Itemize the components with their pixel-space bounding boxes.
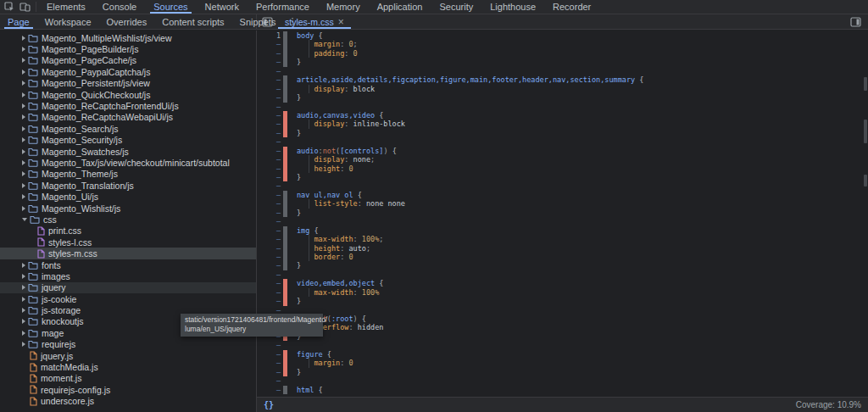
collapsed-arrow-icon[interactable] — [22, 319, 25, 324]
code-line[interactable]: – — [257, 103, 868, 111]
tree-item-magento-recaptchafrontendui-js[interactable]: Magento_ReCaptchaFrontendUi/js — [0, 100, 256, 111]
editor-tab-styles-m-css[interactable]: styles-m.css × — [278, 14, 351, 29]
line-number[interactable]: – — [257, 261, 281, 270]
collapsed-arrow-icon[interactable] — [22, 126, 25, 131]
code-line[interactable]: – display: none; — [257, 155, 868, 164]
tree-item-magento-search-js[interactable]: Magento_Search/js — [0, 123, 256, 134]
tree-item-magento-theme-js[interactable]: Magento_Theme/js — [0, 169, 256, 180]
tab-network[interactable]: Network — [197, 0, 248, 14]
code-line[interactable]: –} — [257, 368, 868, 376]
close-tab-icon[interactable]: × — [338, 18, 344, 26]
tree-item-magento-ui-js[interactable]: Magento_Ui/js — [0, 191, 256, 202]
collapsed-arrow-icon[interactable] — [22, 36, 25, 41]
tree-item-requirejs-config-js[interactable]: requirejs-config.js — [0, 384, 256, 395]
tree-item-magento-quickcheckout-js[interactable]: Magento_QuickCheckout/js — [0, 89, 256, 100]
tree-item-magento-pagebuilder-js[interactable]: Magento_PageBuilder/js — [0, 43, 256, 54]
device-toolbar-icon[interactable] — [19, 2, 31, 13]
collapsed-arrow-icon[interactable] — [22, 114, 25, 120]
line-number[interactable]: – — [257, 288, 281, 297]
tab-application[interactable]: Application — [369, 0, 431, 14]
collapsed-arrow-icon[interactable] — [22, 160, 25, 165]
tree-item-moment-js[interactable]: moment.js — [0, 373, 256, 384]
collapsed-arrow-icon[interactable] — [22, 297, 25, 302]
inspect-icon[interactable] — [3, 2, 14, 13]
code-line[interactable]: – height: 0 — [257, 164, 868, 173]
code-line[interactable]: –} — [257, 209, 868, 217]
tree-item-jquery-js[interactable]: jquery.js — [0, 350, 256, 361]
collapsed-arrow-icon[interactable] — [22, 171, 25, 176]
tree-item-requirejs[interactable]: requirejs — [0, 339, 256, 350]
collapsed-arrow-icon[interactable] — [22, 263, 25, 268]
code-line[interactable]: – height: auto; — [257, 244, 868, 253]
collapsed-arrow-icon[interactable] — [22, 342, 25, 347]
navigator-tab-overrides[interactable]: Overrides — [99, 14, 155, 29]
collapsed-arrow-icon[interactable] — [22, 206, 25, 211]
tree-item-jquery[interactable]: jquery — [0, 282, 256, 293]
tree-item-fonts[interactable]: fonts — [0, 259, 256, 270]
collapsed-arrow-icon[interactable] — [22, 103, 25, 109]
collapsed-arrow-icon[interactable] — [22, 58, 25, 63]
code-line[interactable]: – — [257, 306, 868, 315]
collapsed-arrow-icon[interactable] — [22, 308, 25, 313]
code-line[interactable]: –} — [257, 297, 868, 305]
line-number[interactable]: – — [257, 226, 281, 235]
tree-item-matchmedia-js[interactable]: matchMedia.js — [0, 361, 256, 372]
code-line[interactable]: –} — [257, 58, 868, 66]
line-number[interactable]: – — [257, 191, 281, 199]
navigator-tab-snippets[interactable]: Snippets — [232, 14, 284, 29]
line-number[interactable]: – — [257, 111, 281, 120]
code-line[interactable]: – — [257, 67, 868, 75]
line-number[interactable]: – — [257, 137, 281, 146]
code-line[interactable]: –} — [257, 93, 868, 102]
line-number[interactable]: – — [257, 173, 281, 181]
tab-recorder[interactable]: Recorder — [544, 0, 599, 14]
line-number[interactable]: – — [257, 103, 281, 111]
code-editor[interactable]: 1body {– margin: 0;– padding: 0–}––artic… — [257, 31, 868, 412]
code-line[interactable]: –} — [257, 173, 868, 181]
collapsed-arrow-icon[interactable] — [22, 137, 25, 142]
code-line[interactable]: –svg:not(:root) { — [257, 315, 868, 323]
line-number[interactable]: – — [257, 209, 281, 217]
tree-item-styles-m-css[interactable]: styles-m.css — [0, 248, 256, 259]
line-number[interactable]: – — [257, 75, 281, 84]
code-line[interactable]: –html { — [257, 386, 868, 394]
line-number[interactable]: – — [257, 67, 281, 75]
line-number[interactable]: – — [257, 350, 281, 359]
collapsed-arrow-icon[interactable] — [22, 194, 25, 199]
tree-item-print-css[interactable]: print.css — [0, 225, 256, 237]
code-line[interactable]: –nav ul,nav ol { — [257, 191, 868, 199]
line-number[interactable]: – — [257, 40, 281, 48]
code-line[interactable]: – — [257, 137, 868, 146]
tree-item-magento-multiplewishlist-js-view[interactable]: Magento_MultipleWishlist/js/view — [0, 32, 256, 43]
tree-item-magento-pagecache-js[interactable]: Magento_PageCache/js — [0, 55, 256, 66]
tree-item-magento-wishlist-js[interactable]: Magento_Wishlist/js — [0, 203, 256, 214]
line-number[interactable]: – — [257, 199, 281, 208]
navigator-tab-content-scripts[interactable]: Content scripts — [154, 14, 231, 29]
line-number[interactable]: – — [257, 181, 281, 190]
line-number[interactable]: – — [257, 297, 281, 305]
collapsed-arrow-icon[interactable] — [22, 183, 25, 188]
tree-item-underscore-js[interactable]: underscore.js — [0, 396, 256, 407]
code-line[interactable]: –img { — [257, 226, 868, 235]
navigator-tab-page[interactable]: Page — [0, 14, 37, 29]
code-line[interactable]: – — [257, 181, 868, 190]
code-line[interactable]: – list-style: none none — [257, 199, 868, 208]
expanded-arrow-icon[interactable] — [22, 218, 27, 221]
tree-item-magento-swatches-js[interactable]: Magento_Swatches/js — [0, 146, 256, 157]
line-number[interactable]: – — [257, 93, 281, 102]
code-line[interactable]: – max-width: 100% — [257, 288, 868, 297]
collapsed-arrow-icon[interactable] — [22, 70, 25, 75]
code-line[interactable]: – display: block — [257, 85, 868, 93]
line-number[interactable]: – — [257, 155, 281, 164]
tab-performance[interactable]: Performance — [248, 0, 318, 14]
code-line[interactable]: –audio:not([controls]) { — [257, 147, 868, 155]
tab-lighthouse[interactable]: Lighthouse — [481, 0, 544, 14]
tree-item-images[interactable]: images — [0, 270, 256, 281]
line-number[interactable]: – — [257, 270, 281, 279]
tree-item-magento-translation-js[interactable]: Magento_Translation/js — [0, 180, 256, 191]
line-number[interactable]: – — [257, 49, 281, 58]
code-line[interactable]: – margin: 0 — [257, 359, 868, 367]
line-number[interactable]: – — [257, 58, 281, 66]
line-number[interactable]: – — [257, 359, 281, 367]
code-line[interactable]: –} — [257, 261, 868, 270]
